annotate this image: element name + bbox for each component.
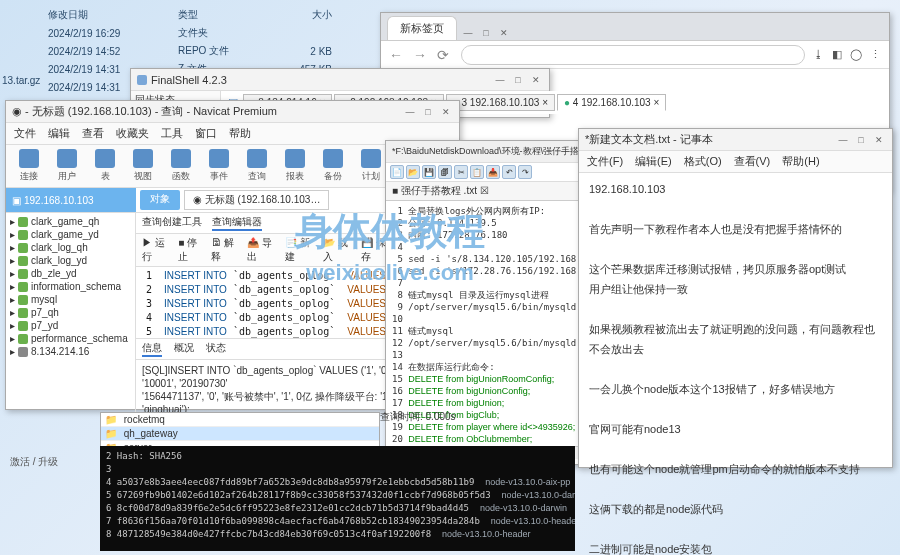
omnibox-input[interactable] bbox=[461, 45, 805, 65]
db-node[interactable]: ▸ clark_log_qh bbox=[6, 241, 135, 254]
notepad-window: *新建文本文档.txt - 记事本 — □ ✕ 文件(F) 编辑(E) 格式(O… bbox=[578, 128, 893, 468]
menu-edit[interactable]: 编辑(E) bbox=[635, 154, 672, 169]
extensions-icon[interactable]: ◧ bbox=[832, 48, 842, 61]
open-icon[interactable]: 📂 bbox=[406, 165, 420, 179]
query-builder-tab[interactable]: 查询创建工具 bbox=[142, 215, 202, 231]
database-tree[interactable]: ▸ clark_game_qh▸ clark_game_yd▸ clark_lo… bbox=[6, 213, 136, 433]
editor-action[interactable]: ▶ 运行 bbox=[142, 236, 172, 264]
notepad-menubar: 文件(F) 编辑(E) 格式(O) 查看(V) 帮助(H) bbox=[579, 151, 892, 173]
menu-help[interactable]: 帮助(H) bbox=[782, 154, 819, 169]
db-node[interactable]: ▸ db_zle_yd bbox=[6, 267, 135, 280]
activate-link[interactable]: 激活 / 升级 bbox=[10, 455, 58, 469]
maximize-icon[interactable]: □ bbox=[854, 133, 868, 147]
profile-icon[interactable]: ◯ bbox=[850, 48, 862, 61]
notepad-titlebar[interactable]: *新建文本文档.txt - 记事本 — □ ✕ bbox=[579, 129, 892, 151]
col-date: 修改日期 bbox=[42, 7, 170, 23]
minimize-icon[interactable]: — bbox=[836, 133, 850, 147]
msg-tab-profile[interactable]: 概况 bbox=[174, 341, 194, 357]
db-node[interactable]: ▸ p7_yd bbox=[6, 319, 135, 332]
notepad-title: *新建文本文档.txt - 记事本 bbox=[585, 132, 713, 147]
db-node[interactable]: ▸ clark_game_yd bbox=[6, 228, 135, 241]
notepad-content[interactable]: 192.168.10.103 首先声明一下教程作者本人也是没有把握手搭情怀的 这… bbox=[579, 173, 892, 555]
folder-item[interactable]: 📁 rocketmq bbox=[101, 413, 196, 426]
navicat-titlebar[interactable]: ◉ - 无标题 (192.168.10.103) - 查询 - Navicat … bbox=[6, 101, 459, 123]
tool-连接[interactable]: 连接 bbox=[12, 149, 46, 183]
tool-视图[interactable]: 视图 bbox=[126, 149, 160, 183]
maximize-icon[interactable]: □ bbox=[511, 73, 525, 87]
editor-action[interactable]: 📂 载入 bbox=[323, 236, 355, 264]
npp-file-tab[interactable]: ■ 强仔手搭教程 .txt ☒ bbox=[386, 182, 579, 201]
tool-计划[interactable]: 计划 bbox=[354, 149, 388, 183]
menu-icon[interactable]: ⋮ bbox=[870, 48, 881, 61]
close-icon[interactable]: ✕ bbox=[529, 73, 543, 87]
close-icon[interactable]: ✕ bbox=[872, 133, 886, 147]
db-node[interactable]: ▸ mysql bbox=[6, 293, 135, 306]
connection-node[interactable]: ▸ 8.134.214.16 bbox=[6, 345, 135, 358]
editor-action[interactable]: 📤 导出 bbox=[247, 236, 279, 264]
db-node[interactable]: ▸ p7_qh bbox=[6, 306, 135, 319]
menu-window[interactable]: 窗口 bbox=[195, 126, 217, 141]
back-icon[interactable]: ← bbox=[389, 47, 405, 63]
tool-函数[interactable]: 函数 bbox=[164, 149, 198, 183]
npp-titlebar[interactable]: *F:\BaiduNetdiskDownload\环境-教程\强仔手搭教程.tx… bbox=[386, 141, 579, 163]
cut-icon[interactable]: ✂ bbox=[454, 165, 468, 179]
tool-icon bbox=[361, 149, 381, 168]
menu-format[interactable]: 格式(O) bbox=[684, 154, 722, 169]
maximize-icon[interactable]: □ bbox=[421, 105, 435, 119]
maximize-icon[interactable]: □ bbox=[479, 26, 493, 40]
terminal-output[interactable]: 2 Hash: SHA256 3 4 a5037e8b3aee4eec087fd… bbox=[100, 446, 575, 551]
tool-icon bbox=[171, 149, 191, 168]
db-node[interactable]: ▸ clark_game_qh bbox=[6, 215, 135, 228]
download-icon[interactable]: ⭳ bbox=[813, 48, 824, 61]
db-node[interactable]: ▸ information_schema bbox=[6, 280, 135, 293]
editor-action[interactable]: ■ 停止 bbox=[178, 236, 205, 264]
browser-tab[interactable]: 新标签页 bbox=[387, 16, 457, 40]
menu-view[interactable]: 查看(V) bbox=[734, 154, 771, 169]
object-tab[interactable]: 对象 bbox=[140, 190, 180, 210]
close-icon[interactable]: ✕ bbox=[497, 26, 511, 40]
tool-查询[interactable]: 查询 bbox=[240, 149, 274, 183]
server-icon bbox=[18, 347, 28, 357]
tool-事件[interactable]: 事件 bbox=[202, 149, 236, 183]
db-node[interactable]: ▸ performance_schema bbox=[6, 332, 135, 345]
msg-tab-info[interactable]: 信息 bbox=[142, 341, 162, 357]
undo-icon[interactable]: ↶ bbox=[502, 165, 516, 179]
editor-action[interactable]: 📑 新建 bbox=[285, 236, 317, 264]
tool-备份[interactable]: 备份 bbox=[316, 149, 350, 183]
save-icon[interactable]: 💾 bbox=[422, 165, 436, 179]
forward-icon[interactable]: → bbox=[413, 47, 429, 63]
tool-用户[interactable]: 用户 bbox=[50, 149, 84, 183]
minimize-icon[interactable]: — bbox=[403, 105, 417, 119]
copy-icon[interactable]: 📋 bbox=[470, 165, 484, 179]
menu-file[interactable]: 文件(F) bbox=[587, 154, 623, 169]
redo-icon[interactable]: ↷ bbox=[518, 165, 532, 179]
save-all-icon[interactable]: 🗐 bbox=[438, 165, 452, 179]
query-tab[interactable]: ◉ 无标题 (192.168.10.103… bbox=[184, 190, 329, 210]
database-icon bbox=[18, 321, 28, 331]
session-tab-active[interactable]: ● 4 192.168.10.103 × bbox=[557, 94, 666, 111]
tool-报表[interactable]: 报表 bbox=[278, 149, 312, 183]
menu-file[interactable]: 文件 bbox=[14, 126, 36, 141]
db-node[interactable]: ▸ clark_log_yd bbox=[6, 254, 135, 267]
finalshell-titlebar[interactable]: FinalShell 4.2.3 — □ ✕ bbox=[131, 69, 549, 91]
menu-fav[interactable]: 收藏夹 bbox=[116, 126, 149, 141]
folder-item-selected[interactable]: 📁 qh_gateway bbox=[101, 427, 196, 440]
menu-edit[interactable]: 编辑 bbox=[48, 126, 70, 141]
msg-tab-status[interactable]: 状态 bbox=[206, 341, 226, 357]
session-tab[interactable]: ● 3 192.168.10.103 × bbox=[446, 94, 555, 111]
minimize-icon[interactable]: — bbox=[493, 73, 507, 87]
menu-tools[interactable]: 工具 bbox=[161, 126, 183, 141]
close-icon[interactable]: ✕ bbox=[439, 105, 453, 119]
paste-icon[interactable]: 📥 bbox=[486, 165, 500, 179]
reload-icon[interactable]: ⟳ bbox=[437, 47, 453, 63]
tool-表[interactable]: 表 bbox=[88, 149, 122, 183]
query-editor-tab[interactable]: 查询编辑器 bbox=[212, 215, 262, 231]
table-header-row: 修改日期 类型 大小 bbox=[42, 7, 338, 23]
menu-help[interactable]: 帮助 bbox=[229, 126, 251, 141]
editor-action[interactable]: 🖺 解释 bbox=[211, 236, 241, 264]
browser-addressbar: ← → ⟳ ⭳ ◧ ◯ ⋮ bbox=[381, 41, 889, 69]
new-icon[interactable]: 📄 bbox=[390, 165, 404, 179]
connection-ip[interactable]: ▣192.168.10.103 bbox=[6, 188, 136, 212]
minimize-icon[interactable]: — bbox=[461, 26, 475, 40]
menu-view[interactable]: 查看 bbox=[82, 126, 104, 141]
